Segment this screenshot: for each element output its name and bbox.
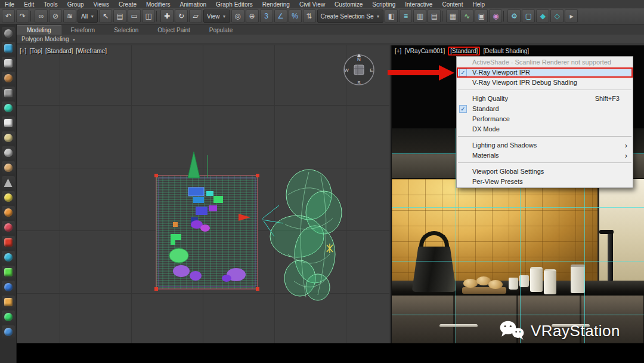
context-menu-item[interactable]: Standard — [457, 104, 633, 114]
left-tool-icon[interactable] — [2, 236, 15, 249]
menu-item[interactable]: Scripting — [367, 1, 400, 8]
left-tool-icon[interactable] — [2, 191, 15, 204]
ribbon-subtab[interactable]: Polygon Modeling — [21, 36, 69, 42]
ribbon-tab[interactable]: Freeform — [61, 26, 105, 35]
render-in-cloud-icon[interactable]: ▸ — [565, 10, 578, 23]
left-tool-icon[interactable] — [2, 206, 15, 219]
context-menu-item[interactable] — [457, 162, 633, 167]
bind-to-spacewarp-icon[interactable]: ≋ — [63, 10, 76, 23]
viewport-shading-label[interactable]: [Default Shading] — [483, 48, 529, 54]
left-tool-icon[interactable] — [2, 42, 15, 55]
viewcube-compass[interactable]: N E S W — [342, 53, 376, 87]
ribbon-tab[interactable]: Object Paint — [148, 26, 199, 35]
menu-item[interactable]: Interactive — [400, 1, 437, 8]
menu-item[interactable]: Create — [114, 1, 141, 8]
left-tool-icon[interactable] — [2, 57, 15, 70]
undo-icon[interactable]: ↶ — [2, 10, 15, 23]
rendered-frame-window-icon[interactable]: ▢ — [522, 10, 535, 23]
left-tool-icon[interactable] — [2, 266, 15, 279]
left-tool-icon[interactable] — [2, 161, 15, 174]
viewport-menu-plus[interactable]: [+] — [395, 48, 401, 54]
viewport-style-label[interactable]: [Standard] — [450, 48, 478, 54]
viewport-top[interactable]: [+][Top][Standard][Wireframe] — [17, 45, 389, 343]
material-editor-icon[interactable]: ◉ — [489, 10, 502, 23]
toolbar-separator[interactable] — [30, 11, 33, 21]
select-and-manipulate-icon[interactable]: ⊕ — [246, 10, 259, 23]
left-tool-icon[interactable] — [2, 27, 15, 40]
toolbar-separator[interactable] — [442, 11, 445, 21]
menu-item[interactable]: File — [0, 1, 19, 8]
menu-item[interactable]: Rendering — [258, 1, 295, 8]
left-tool-icon[interactable] — [2, 72, 15, 85]
context-menu-item[interactable]: V-Ray Viewport IPR — [457, 67, 633, 78]
render-iterative-icon[interactable]: ◇ — [550, 10, 564, 23]
snaps-toggle-icon[interactable]: 3 — [260, 10, 273, 23]
context-menu-item[interactable]: High Quality Shift+F3 — [457, 94, 633, 104]
angle-snap-icon[interactable]: ∠ — [274, 10, 287, 23]
menu-item[interactable]: Modifiers — [141, 1, 175, 8]
left-tool-icon[interactable] — [2, 116, 15, 130]
menu-item[interactable]: Graph Editors — [211, 1, 258, 8]
context-menu-item[interactable] — [457, 90, 633, 94]
reference-coordinate-dropdown[interactable]: View — [203, 10, 230, 23]
ribbon-tab[interactable]: Populate — [200, 26, 242, 35]
toolbar-separator[interactable] — [503, 11, 506, 21]
ribbon-tab[interactable]: Selection — [104, 26, 148, 35]
curve-editor-icon[interactable]: ∿ — [460, 10, 473, 23]
select-and-scale-icon[interactable]: ▱ — [189, 10, 202, 23]
menu-item[interactable]: Content — [437, 1, 467, 8]
window-crossing-icon[interactable]: ◫ — [142, 10, 155, 23]
toolbar-separator[interactable] — [156, 11, 159, 21]
schematic-view-icon[interactable]: ▣ — [475, 10, 488, 23]
spinner-snap-icon[interactable]: ⇅ — [303, 10, 316, 23]
menu-item[interactable]: Views — [89, 1, 114, 8]
menu-item[interactable]: Group — [63, 1, 89, 8]
use-pivot-center-icon[interactable]: ◎ — [231, 10, 244, 23]
named-selection-set-dropdown[interactable]: Create Selection Se — [317, 10, 384, 23]
align-icon[interactable]: ≡ — [399, 10, 412, 23]
menu-item[interactable]: Edit — [19, 1, 39, 8]
context-menu-item[interactable]: V-Ray Viewport IPR Debug Shading — [457, 78, 633, 88]
select-by-name-icon[interactable]: ▤ — [113, 10, 126, 23]
left-tool-icon[interactable] — [2, 146, 15, 159]
select-and-move-icon[interactable]: ✚ — [160, 10, 174, 23]
select-and-rotate-icon[interactable]: ↻ — [175, 10, 188, 23]
context-menu-item[interactable] — [457, 136, 633, 140]
menu-item[interactable]: Help — [467, 1, 490, 8]
selection-region-icon[interactable]: ▭ — [128, 10, 141, 23]
viewport-view-label[interactable]: [Top] — [29, 48, 42, 54]
left-tool-icon[interactable] — [2, 176, 15, 189]
left-tool-icon[interactable] — [2, 251, 15, 264]
unlink-selection-icon[interactable]: ⊘ — [49, 10, 62, 23]
context-menu-item[interactable]: DX Mode — [457, 124, 633, 134]
left-tool-icon[interactable] — [2, 221, 15, 234]
left-tool-icon[interactable] — [2, 310, 15, 324]
ribbon-tab[interactable]: Modeling — [17, 25, 61, 35]
left-tool-icon[interactable] — [2, 131, 15, 144]
left-tool-icon[interactable] — [2, 296, 15, 309]
left-tool-icon[interactable] — [2, 101, 15, 115]
context-menu-item[interactable]: Per-View Presets — [457, 177, 633, 187]
redo-icon[interactable]: ↷ — [16, 10, 29, 23]
render-production-icon[interactable]: ◆ — [536, 10, 549, 23]
viewport-style-label[interactable]: [Standard] — [45, 48, 73, 54]
context-menu-item[interactable]: Lighting and Shadows — [457, 140, 633, 150]
context-menu-item[interactable]: Viewport Global Settings — [457, 167, 633, 177]
left-tool-icon[interactable] — [2, 325, 15, 339]
left-tool-icon[interactable] — [2, 281, 15, 294]
viewport-shading-label[interactable]: [Wireframe] — [76, 48, 107, 54]
layer-manager-icon[interactable]: ▤ — [428, 10, 441, 23]
menu-item[interactable]: Civil View — [295, 1, 330, 8]
select-and-link-icon[interactable]: ∞ — [35, 10, 48, 23]
selection-filter-dropdown[interactable]: All — [78, 10, 98, 23]
left-tool-icon[interactable] — [2, 87, 15, 100]
viewport-camera-label[interactable]: [VRayCam001] — [404, 48, 445, 54]
viewport-menu-plus[interactable]: [+] — [20, 48, 26, 54]
context-menu-item[interactable]: ActiveShade - Scanline Renderer not supp… — [457, 57, 633, 67]
context-menu-item[interactable]: Materials — [457, 150, 633, 161]
scene-explorer-icon[interactable]: ▥ — [413, 10, 426, 23]
select-object-icon[interactable]: ↖ — [99, 10, 112, 23]
graphite-ribbon-icon[interactable]: ▦ — [446, 10, 459, 23]
render-setup-icon[interactable]: ⚙ — [507, 10, 521, 23]
mirror-icon[interactable]: ◧ — [385, 10, 398, 23]
